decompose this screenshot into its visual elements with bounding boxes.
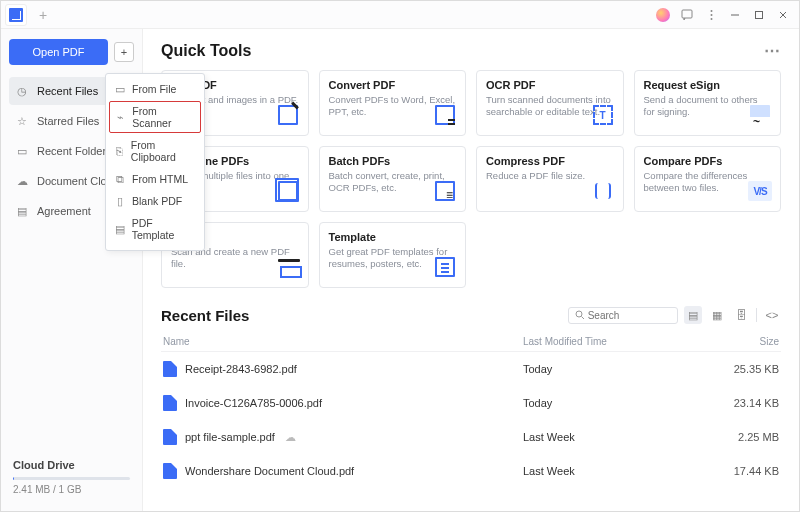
compress-icon bbox=[591, 179, 615, 203]
cloud-usage-text: 2.41 MB / 1 GB bbox=[13, 484, 130, 495]
svg-point-3 bbox=[710, 18, 712, 20]
svg-rect-0 bbox=[682, 10, 692, 18]
template-icon: ▤ bbox=[114, 223, 126, 235]
col-size: Size bbox=[693, 336, 779, 347]
maximize-button[interactable] bbox=[747, 3, 771, 27]
batch-icon bbox=[433, 179, 457, 203]
combine-icon bbox=[276, 179, 300, 203]
cloud-usage-bar bbox=[13, 477, 130, 480]
cloud-drive-panel: Cloud Drive 2.41 MB / 1 GB bbox=[9, 453, 134, 501]
card-request-esign[interactable]: Request eSignSend a document to others f… bbox=[634, 70, 782, 136]
html-icon: ⧉ bbox=[114, 173, 126, 185]
feedback-icon[interactable] bbox=[675, 3, 699, 27]
ocr-icon bbox=[591, 103, 615, 127]
template-card-icon bbox=[433, 255, 457, 279]
view-list-button[interactable]: ▤ bbox=[684, 306, 702, 324]
sidebar: Open PDF + ▭From File ⌁From Scanner ⎘Fro… bbox=[1, 29, 143, 511]
scan-icon bbox=[276, 255, 300, 279]
pdf-file-icon bbox=[163, 429, 177, 445]
svg-point-1 bbox=[710, 10, 712, 12]
svg-rect-5 bbox=[756, 11, 763, 18]
card-compress-pdf[interactable]: Compress PDFReduce a PDF file size. bbox=[476, 146, 624, 212]
quick-tools-grid: Edit PDFEdit text and images in a PDF. C… bbox=[161, 70, 781, 288]
pdf-file-icon bbox=[163, 395, 177, 411]
card-compare-pdfs[interactable]: Compare PDFsCompare the differences betw… bbox=[634, 146, 782, 212]
dropdown-pdf-template[interactable]: ▤PDF Template bbox=[106, 212, 204, 246]
clipboard-icon: ⎘ bbox=[114, 145, 125, 157]
dropdown-from-html[interactable]: ⧉From HTML bbox=[106, 168, 204, 190]
cloud-drive-title: Cloud Drive bbox=[13, 459, 130, 471]
new-tab-button[interactable]: + bbox=[33, 7, 53, 23]
pdf-file-icon bbox=[163, 463, 177, 479]
blank-icon: ▯ bbox=[114, 195, 126, 207]
doc-icon: ▤ bbox=[15, 204, 29, 218]
open-pdf-button[interactable]: Open PDF bbox=[9, 39, 108, 65]
card-template[interactable]: TemplateGet great PDF templates for resu… bbox=[319, 222, 467, 288]
recent-files-heading: Recent Files bbox=[161, 307, 249, 324]
quick-tools-more-icon[interactable]: ⋯ bbox=[764, 41, 781, 60]
file-row[interactable]: Receipt-2843-6982.pdf Today25.35 KB bbox=[161, 352, 781, 386]
svg-point-6 bbox=[576, 311, 582, 317]
card-ocr-pdf[interactable]: OCR PDFTurn scanned documents into searc… bbox=[476, 70, 624, 136]
dropdown-from-file[interactable]: ▭From File bbox=[106, 78, 204, 100]
col-modified: Last Modified Time bbox=[523, 336, 693, 347]
theme-icon[interactable] bbox=[651, 3, 675, 27]
clock-icon: ◷ bbox=[15, 84, 29, 98]
folder-icon: ▭ bbox=[15, 144, 29, 158]
col-name: Name bbox=[163, 336, 523, 347]
quick-tools-heading: Quick Tools ⋯ bbox=[161, 41, 781, 60]
close-button[interactable] bbox=[771, 3, 795, 27]
scanner-icon: ⌁ bbox=[115, 111, 126, 123]
cloud-icon: ☁ bbox=[15, 174, 29, 188]
search-box[interactable] bbox=[568, 307, 678, 324]
view-grid-button[interactable]: ▦ bbox=[708, 306, 726, 324]
search-icon bbox=[575, 310, 584, 320]
dropdown-blank-pdf[interactable]: ▯Blank PDF bbox=[106, 190, 204, 212]
svg-line-7 bbox=[582, 317, 584, 320]
file-icon: ▭ bbox=[114, 83, 126, 95]
card-convert-pdf[interactable]: Convert PDFConvert PDFs to Word, Excel, … bbox=[319, 70, 467, 136]
view-briefcase-button[interactable]: 🗄 bbox=[732, 306, 750, 324]
minimize-button[interactable] bbox=[723, 3, 747, 27]
star-icon: ☆ bbox=[15, 114, 29, 128]
card-batch-pdfs[interactable]: Batch PDFsBatch convert, create, print, … bbox=[319, 146, 467, 212]
cloud-sync-icon: ☁ bbox=[285, 431, 297, 443]
app-logo[interactable] bbox=[5, 4, 27, 26]
nav-code-button[interactable]: <> bbox=[763, 306, 781, 324]
pdf-file-icon bbox=[163, 361, 177, 377]
titlebar: + bbox=[1, 1, 799, 29]
compare-icon: V/S bbox=[748, 179, 772, 203]
create-pdf-dropdown: ▭From File ⌁From Scanner ⎘From Clipboard… bbox=[105, 73, 205, 251]
convert-icon bbox=[433, 103, 457, 127]
svg-point-2 bbox=[710, 14, 712, 16]
recent-columns: Name Last Modified Time Size bbox=[161, 332, 781, 352]
app-window: + Open PDF + ▭From File ⌁From Scanner ⎘F… bbox=[0, 0, 800, 512]
edit-icon bbox=[276, 103, 300, 127]
create-pdf-button[interactable]: + bbox=[114, 42, 134, 62]
file-row[interactable]: ppt file-sample.pdf☁ Last Week2.25 MB bbox=[161, 420, 781, 454]
search-input[interactable] bbox=[588, 310, 671, 321]
dropdown-from-scanner[interactable]: ⌁From Scanner bbox=[109, 101, 201, 133]
esign-icon bbox=[748, 103, 772, 127]
file-row[interactable]: Invoice-C126A785-0006.pdf Today23.14 KB bbox=[161, 386, 781, 420]
dropdown-from-clipboard[interactable]: ⎘From Clipboard bbox=[106, 134, 204, 168]
kebab-menu-icon[interactable] bbox=[699, 3, 723, 27]
file-row[interactable]: Wondershare Document Cloud.pdf Last Week… bbox=[161, 454, 781, 488]
main-content: Quick Tools ⋯ Edit PDFEdit text and imag… bbox=[143, 29, 799, 511]
